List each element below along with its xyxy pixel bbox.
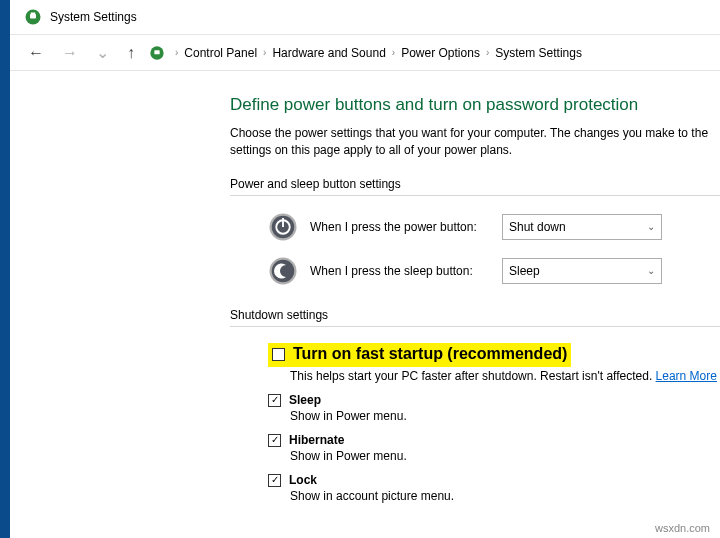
power-button-dropdown[interactable]: Shut down ⌄ [502, 214, 662, 240]
breadcrumb-power-options[interactable]: Power Options [401, 46, 480, 60]
power-button-icon [268, 212, 298, 242]
navigation-bar: ← → ⌄ ↑ › Control Panel › Hardware and S… [10, 35, 720, 71]
chevron-down-icon: ⌄ [647, 265, 655, 276]
svg-rect-4 [154, 50, 159, 54]
breadcrumb-system-settings[interactable]: System Settings [495, 46, 582, 60]
fast-startup-checkbox[interactable] [272, 348, 285, 361]
up-button[interactable]: ↑ [123, 42, 139, 64]
lock-checkbox[interactable] [268, 474, 281, 487]
back-button[interactable]: ← [24, 42, 48, 64]
chevron-right-icon: › [263, 47, 266, 58]
sleep-button-value: Sleep [509, 264, 540, 278]
lock-desc: Show in account picture menu. [290, 489, 720, 503]
hibernate-checkbox[interactable] [268, 434, 281, 447]
chevron-right-icon: › [175, 47, 178, 58]
forward-button[interactable]: → [58, 42, 82, 64]
sleep-checkbox[interactable] [268, 394, 281, 407]
fast-startup-highlight: Turn on fast startup (recommended) [268, 343, 571, 367]
sleep-button-row: When I press the sleep button: Sleep ⌄ [268, 256, 720, 286]
hibernate-option-row: Hibernate [268, 433, 720, 447]
section-power-sleep-header: Power and sleep button settings [230, 177, 720, 196]
fast-startup-label: Turn on fast startup (recommended) [293, 345, 567, 363]
breadcrumb-control-panel[interactable]: Control Panel [184, 46, 257, 60]
sleep-button-dropdown[interactable]: Sleep ⌄ [502, 258, 662, 284]
page-title: Define power buttons and turn on passwor… [230, 95, 720, 115]
watermark: wsxdn.com [655, 522, 710, 534]
sleep-option-row: Sleep [268, 393, 720, 407]
power-button-value: Shut down [509, 220, 566, 234]
fast-startup-desc: This helps start your PC faster after sh… [290, 369, 720, 383]
lock-option-row: Lock [268, 473, 720, 487]
page-description: Choose the power settings that you want … [230, 125, 720, 159]
power-button-row: When I press the power button: Shut down… [268, 212, 720, 242]
svg-rect-2 [31, 13, 36, 15]
power-options-icon [24, 8, 42, 26]
recent-dropdown[interactable]: ⌄ [92, 41, 113, 64]
title-bar: System Settings [10, 0, 720, 35]
chevron-down-icon: ⌄ [647, 221, 655, 232]
sleep-desc: Show in Power menu. [290, 409, 720, 423]
sleep-label: Sleep [289, 393, 321, 407]
section-shutdown-header: Shutdown settings [230, 308, 720, 327]
window-title: System Settings [50, 10, 137, 24]
hibernate-label: Hibernate [289, 433, 344, 447]
hibernate-desc: Show in Power menu. [290, 449, 720, 463]
learn-more-link[interactable]: Learn More [656, 369, 717, 383]
chevron-right-icon: › [392, 47, 395, 58]
sleep-button-icon [268, 256, 298, 286]
sleep-button-label: When I press the sleep button: [310, 264, 490, 278]
breadcrumb-hardware-sound[interactable]: Hardware and Sound [272, 46, 385, 60]
breadcrumb-icon [149, 45, 165, 61]
breadcrumb: › Control Panel › Hardware and Sound › P… [175, 46, 582, 60]
chevron-right-icon: › [486, 47, 489, 58]
lock-label: Lock [289, 473, 317, 487]
power-button-label: When I press the power button: [310, 220, 490, 234]
